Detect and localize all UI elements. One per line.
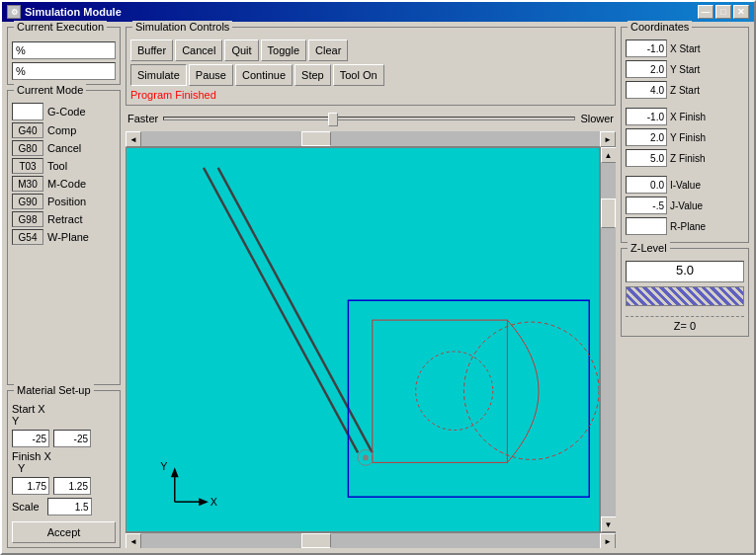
- svg-text:Y: Y: [160, 460, 167, 472]
- tool-on-button[interactable]: Tool On: [333, 64, 384, 86]
- clear-button[interactable]: Clear: [308, 40, 348, 61]
- svg-rect-0: [126, 148, 599, 531]
- gcode-label: G-Code: [47, 106, 86, 118]
- comp-code[interactable]: G40: [12, 122, 43, 138]
- maximize-button[interactable]: □: [715, 5, 731, 19]
- mcode-code[interactable]: M30: [12, 176, 43, 192]
- close-button[interactable]: ✕: [733, 5, 749, 19]
- y-finish-input[interactable]: [626, 128, 667, 146]
- z-level-value: 5.0: [626, 261, 744, 282]
- start-y-input[interactable]: [53, 430, 91, 447]
- z-zero-label: Z= 0: [626, 316, 744, 332]
- scroll-up-button[interactable]: ▲: [601, 147, 617, 163]
- hscroll-thumb[interactable]: [301, 131, 331, 146]
- j-value-row: J-Value: [626, 197, 744, 214]
- position-code[interactable]: G90: [12, 194, 43, 209]
- vscroll-thumb[interactable]: [601, 198, 616, 228]
- z-finish-input[interactable]: [626, 149, 667, 167]
- scale-input[interactable]: [47, 498, 92, 515]
- r-plane-row: R-Plane: [626, 217, 744, 235]
- quit-button[interactable]: Quit: [224, 40, 258, 61]
- vscroll-track[interactable]: [601, 163, 616, 516]
- tool-code[interactable]: T03: [12, 158, 43, 174]
- vscrollbar: ▲ ▼: [600, 147, 616, 532]
- hscrollbar-top: ◄ ►: [126, 131, 616, 147]
- svg-text:X: X: [210, 496, 217, 508]
- z-start-input[interactable]: [626, 81, 667, 99]
- cancel-button[interactable]: Cancel: [175, 40, 222, 61]
- scroll-left2-button[interactable]: ◄: [126, 533, 141, 548]
- x-finish-label: X Finish: [670, 112, 719, 122]
- accept-button[interactable]: Accept: [12, 521, 116, 543]
- y-start-input[interactable]: [626, 60, 667, 78]
- finish-y-input[interactable]: [53, 477, 91, 495]
- comp-label: Comp: [47, 124, 76, 136]
- scroll-right2-button[interactable]: ►: [600, 533, 616, 548]
- execution-line1[interactable]: [12, 41, 116, 59]
- cancel-code[interactable]: G80: [12, 140, 43, 156]
- r-plane-label: R-Plane: [670, 221, 719, 232]
- i-value-input[interactable]: [626, 176, 667, 194]
- retract-code[interactable]: G98: [12, 211, 43, 227]
- material-setup-group: Material Set-up Start X Y Finish X Y: [7, 390, 121, 548]
- slower-label: Slower: [580, 113, 614, 124]
- x-start-input[interactable]: [626, 40, 667, 57]
- mode-row-gcode: G-Code: [12, 103, 116, 120]
- z-start-row: Z Start: [626, 81, 744, 99]
- step-button[interactable]: Step: [294, 64, 331, 86]
- faster-label: Faster: [127, 113, 158, 124]
- wplane-code[interactable]: G54: [12, 229, 43, 245]
- position-label: Position: [47, 196, 86, 207]
- controls-row1: Buffer Cancel Quit Toggle Clear: [130, 40, 611, 61]
- finish-x-input[interactable]: [12, 477, 49, 495]
- r-plane-input[interactable]: [626, 217, 667, 235]
- right-panel: Coordinates X Start Y Start Z Start: [621, 27, 749, 548]
- toggle-button[interactable]: Toggle: [261, 40, 306, 61]
- middle-panel: Simulation Controls Buffer Cancel Quit T…: [126, 27, 616, 548]
- mode-row-wplane: G54 W-Plane: [12, 229, 116, 245]
- scroll-left-button[interactable]: ◄: [126, 131, 141, 147]
- window-icon: ⚙: [7, 5, 21, 19]
- material-start-row: Start X Y: [12, 403, 116, 427]
- title-bar-buttons: — □ ✕: [698, 5, 749, 19]
- minimize-button[interactable]: —: [698, 5, 714, 19]
- canvas-svg: Y X: [126, 148, 599, 531]
- controls-row2: Simulate Pause Continue Step Tool On: [130, 64, 611, 86]
- y-finish-label: Y Finish: [670, 132, 719, 143]
- canvas-area[interactable]: Y X: [126, 147, 600, 532]
- pause-button[interactable]: Pause: [189, 64, 233, 86]
- z-finish-label: Z Finish: [670, 153, 719, 164]
- execution-line2[interactable]: [12, 62, 116, 80]
- x-start-label: X Start: [670, 43, 719, 54]
- current-execution-group: Current Execution: [7, 27, 121, 85]
- scroll-down-button[interactable]: ▼: [601, 516, 617, 532]
- z-finish-row: Z Finish: [626, 149, 744, 167]
- mode-row-retract: G98 Retract: [12, 211, 116, 227]
- hscroll-track[interactable]: [141, 131, 600, 146]
- retract-label: Retract: [47, 213, 82, 225]
- y-start-row: Y Start: [626, 60, 744, 78]
- continue-button[interactable]: Continue: [235, 64, 293, 86]
- hscroll-thumb2[interactable]: [301, 533, 331, 548]
- window-title: Simulation Module: [25, 6, 122, 18]
- x-finish-input[interactable]: [626, 108, 667, 125]
- j-value-input[interactable]: [626, 197, 667, 214]
- simulation-controls-label: Simulation Controls: [132, 21, 232, 33]
- mode-row-cancel: G80 Cancel: [12, 140, 116, 156]
- coordinates-label: Coordinates: [628, 21, 692, 33]
- mcode-label: M-Code: [47, 178, 86, 190]
- program-finished-status: Program Finished: [130, 89, 611, 101]
- gcode-checkbox[interactable]: [12, 103, 43, 120]
- speed-slider-track[interactable]: [163, 117, 575, 120]
- tool-label: Tool: [47, 160, 67, 172]
- start-x-input[interactable]: [12, 430, 49, 447]
- scroll-right-button[interactable]: ►: [600, 131, 616, 147]
- z-level-group: Z-Level 5.0 Z= 0: [621, 248, 749, 337]
- simulate-button[interactable]: Simulate: [130, 64, 187, 86]
- buffer-button[interactable]: Buffer: [130, 40, 173, 61]
- start-xy-label: Start X Y: [12, 403, 51, 427]
- canvas-wrapper: ◄ ►: [126, 131, 616, 548]
- speed-slider-thumb[interactable]: [328, 113, 338, 126]
- hscroll-track2[interactable]: [141, 533, 600, 548]
- main-window: ⚙ Simulation Module — □ ✕ Current Execut…: [0, 0, 756, 555]
